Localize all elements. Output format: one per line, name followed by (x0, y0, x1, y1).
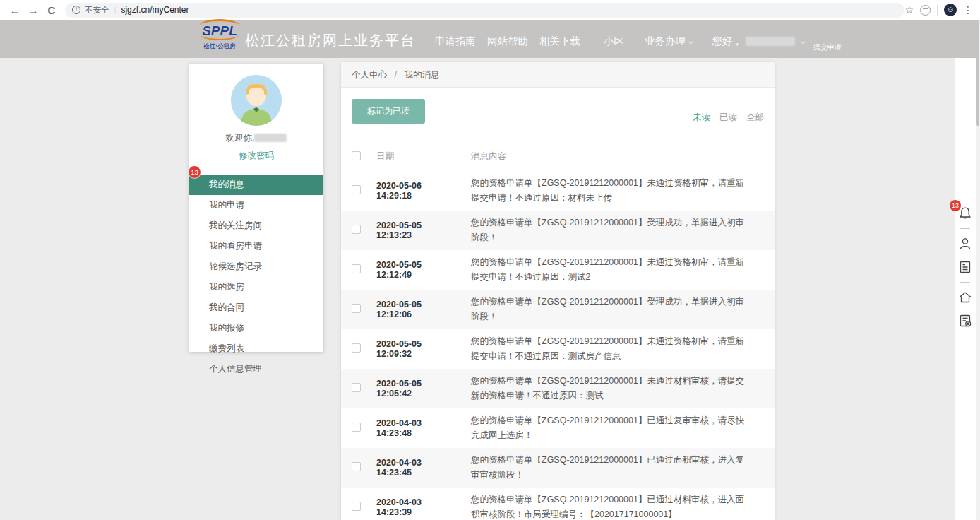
sidebar-item-applications[interactable]: 我的申请 (189, 195, 323, 215)
home-icon[interactable] (957, 289, 974, 306)
message-date: 2020-04-03 14:23:45 (376, 458, 458, 478)
bookmark-star-icon[interactable]: ☆ (904, 4, 914, 16)
browser-chrome: ← → C i 不安全 | sjgzf.cn/myCenter ☆ ☺ ⋮ (0, 0, 980, 20)
filter-read[interactable]: 已读 (719, 112, 737, 124)
sidebar-item-personal-info[interactable]: 个人信息管理 (189, 359, 323, 379)
user-icon[interactable] (957, 235, 974, 252)
row-checkbox[interactable] (352, 304, 361, 313)
form-settings-icon[interactable] (957, 312, 974, 329)
page-info-icon[interactable]: i (72, 6, 80, 14)
sidebar-item-my-repairs[interactable]: 我的报修 (189, 318, 323, 338)
extension-icon[interactable] (920, 5, 931, 16)
row-checkbox[interactable] (352, 225, 361, 234)
row-checkbox[interactable] (352, 383, 361, 392)
forward-icon[interactable]: → (24, 4, 42, 16)
chevron-down-icon (688, 38, 693, 44)
message-date: 2020-05-06 14:29:18 (376, 181, 458, 201)
browser-menu-icon[interactable]: ⋮ (963, 4, 973, 16)
address-separator: | (114, 6, 116, 14)
address-bar[interactable]: i 不安全 | sjgzf.cn/myCenter (65, 3, 904, 18)
message-date: 2020-05-05 12:05:42 (376, 379, 458, 398)
row-checkbox[interactable] (352, 502, 361, 511)
message-row: 2020-05-05 12:12:06 您的资格申请单【ZGSQ-2019121… (341, 290, 775, 329)
message-date: 2020-05-05 12:12:06 (376, 300, 458, 319)
nav-community[interactable]: 小区 (604, 35, 624, 48)
message-row: 2020-04-03 14:23:45 您的资格申请单【ZGSQ-2019121… (341, 448, 775, 488)
site-title: 松江公租房网上业务平台 (245, 31, 416, 50)
floating-toolbar: 13 (953, 205, 977, 329)
sidebar-item-messages[interactable]: 13 我的消息 (189, 175, 323, 195)
message-content: 您的资格申请单【ZGSQ-20191212000001】未通过资格初审，请重新提… (471, 176, 762, 206)
message-row: 2020-04-03 14:23:48 您的资格申请单【ZGSQ-2019121… (341, 408, 775, 448)
message-date: 2020-05-05 12:12:49 (376, 260, 458, 280)
user-greeting-menu[interactable]: 您好， (712, 35, 806, 48)
toolbar-divider (960, 282, 970, 283)
breadcrumb-root[interactable]: 个人中心 (352, 70, 387, 80)
message-content: 您的资格申请单【ZGSQ-20191212000001】未通过资格初审，请重新提… (471, 334, 762, 364)
sidebar-item-payment-list[interactable]: 缴费列表 (189, 338, 323, 359)
scrollbar-thumb[interactable] (976, 20, 979, 126)
nav-business-menu[interactable]: 业务办理 (645, 35, 694, 48)
row-checkbox[interactable] (352, 422, 361, 432)
message-date: 2020-05-05 12:13:23 (376, 220, 458, 240)
sidebar-item-my-contracts[interactable]: 我的合同 (189, 297, 323, 318)
row-checkbox[interactable] (352, 462, 361, 471)
username-redacted (746, 37, 795, 46)
sidebar-item-viewing-requests[interactable]: 我的看房申请 (189, 236, 323, 256)
row-checkbox[interactable] (352, 185, 361, 194)
message-toolbar: 标记为已读 未读 已读 全部 (341, 88, 775, 134)
toolbar-divider (960, 228, 970, 229)
mark-as-read-button[interactable]: 标记为已读 (352, 99, 425, 124)
message-content: 您的资格申请单【ZGSQ-20191212000001】受理成功，单据进入初审阶… (471, 215, 762, 245)
refresh-icon[interactable]: C (42, 4, 61, 16)
message-row: 2020-04-03 14:23:39 您的资格申请单【ZGSQ-2019121… (341, 488, 775, 520)
breadcrumb-separator: / (394, 70, 396, 80)
message-date: 2020-04-03 14:23:39 (376, 497, 458, 517)
chevron-down-icon (800, 38, 806, 44)
row-checkbox[interactable] (352, 264, 361, 273)
chrome-divider (937, 5, 938, 16)
username-redacted (254, 134, 287, 142)
sidebar-item-followed-rooms[interactable]: 我的关注房间 (189, 215, 323, 236)
message-date: 2020-05-05 12:09:32 (376, 339, 458, 359)
message-content: 您的资格申请单【ZGSQ-20191212000001】未通过资格初审，请重新提… (471, 255, 762, 285)
nav-site-help[interactable]: 网站帮助 (487, 35, 528, 48)
sidebar-item-waitlist-records[interactable]: 轮候选房记录 (189, 256, 323, 277)
select-all-checkbox[interactable] (352, 151, 361, 160)
document-icon[interactable] (957, 259, 974, 276)
notifications-bell-icon[interactable]: 13 (957, 205, 974, 222)
nav-apply-guide[interactable]: 申请指南 (435, 35, 476, 48)
page-url: sjgzf.cn/myCenter (121, 5, 189, 15)
unread-count-badge: 13 (189, 166, 201, 178)
change-password-link[interactable]: 修改密码 (189, 150, 323, 162)
site-logo: SPPL 松江·公租房 (192, 24, 247, 51)
welcome-text: 欢迎你, (189, 132, 323, 144)
sidebar-panel: 欢迎你, 修改密码 13 我的消息 我的申请 我的关注房间 我的看房申请 轮候选… (189, 64, 323, 352)
sidebar-item-my-selection[interactable]: 我的选房 (189, 277, 323, 297)
message-content: 您的资格申请单【ZGSQ-20191212000001】已通过材料审核，进入面积… (471, 492, 762, 520)
table-header: 日期 消息内容 (341, 142, 775, 171)
column-date: 日期 (376, 150, 458, 162)
submit-application-link[interactable]: 提交申请 (813, 42, 842, 52)
message-content: 您的资格申请单【ZGSQ-20191212000001】已通过复审审核，请尽快完… (471, 413, 762, 443)
message-filters: 未读 已读 全部 (693, 112, 764, 124)
nav-downloads[interactable]: 相关下载 (539, 35, 580, 48)
back-icon[interactable]: ← (6, 4, 24, 16)
site-header: SPPL 松江·公租房 松江公租房网上业务平台 申请指南 网站帮助 相关下载 小… (0, 20, 976, 58)
message-row: 2020-05-06 14:29:18 您的资格申请单【ZGSQ-2019121… (341, 171, 775, 211)
message-row: 2020-05-05 12:13:23 您的资格申请单【ZGSQ-2019121… (341, 211, 775, 250)
breadcrumb-current: 我的消息 (404, 70, 439, 80)
main-panel: 个人中心 / 我的消息 标记为已读 未读 已读 全部 日期 消息内容 2020-… (341, 62, 775, 520)
greeting-prefix: 您好， (712, 35, 743, 47)
column-content: 消息内容 (471, 150, 762, 162)
sidebar-menu: 13 我的消息 我的申请 我的关注房间 我的看房申请 轮候选房记录 我的选房 我… (189, 175, 323, 379)
row-checkbox[interactable] (352, 343, 361, 353)
logo-roof-icon (199, 19, 240, 26)
message-row: 2020-05-05 12:12:49 您的资格申请单【ZGSQ-2019121… (341, 250, 775, 290)
avatar (231, 75, 282, 126)
filter-unread[interactable]: 未读 (693, 112, 710, 124)
filter-all[interactable]: 全部 (746, 112, 764, 124)
message-content: 您的资格申请单【ZGSQ-20191212000001】受理成功，单据进入初审阶… (471, 295, 762, 324)
logo-text: SPPL (202, 24, 237, 38)
browser-profile-avatar[interactable]: ☺ (944, 4, 957, 16)
